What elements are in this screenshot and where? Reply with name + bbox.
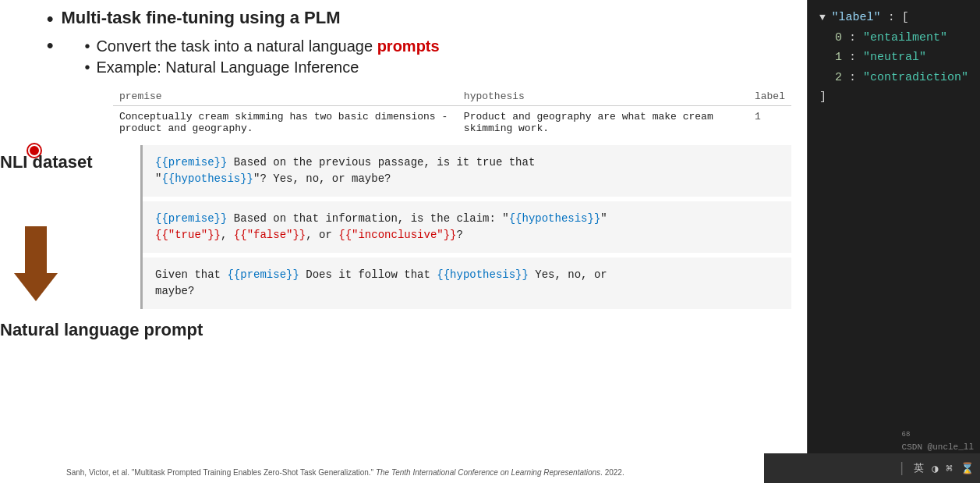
prompt2-text2: "	[600, 212, 607, 225]
col-label: label	[748, 89, 791, 106]
cell-premise: Conceptually cream skimming has two basi…	[113, 106, 458, 140]
json-label-line: ▼ "label" : [	[819, 8, 980, 28]
left-panel: Multi-task fine-tuning using a PLM Conve…	[0, 0, 807, 483]
highlight-prompts: prompts	[377, 37, 440, 55]
citation-italic: The Tenth International Conference on Le…	[376, 468, 600, 477]
prompt-box-2: {{premise}} Based on that information, i…	[143, 201, 791, 253]
bottom-toolbar: | 英 ◑ ⌘ ⌛	[764, 453, 980, 483]
json-index-0: 0	[835, 31, 842, 44]
down-arrow	[14, 226, 58, 301]
prompt2-end: ?	[457, 229, 463, 241]
json-item-2: 2 : "contradiction"	[819, 68, 980, 88]
collapse-arrow[interactable]: ▼	[819, 12, 832, 23]
citation-year: . 2022.	[600, 468, 624, 477]
arrow-head	[14, 273, 58, 301]
sub-bullet-2: Example: Natural Language Inference	[84, 59, 439, 76]
col-hypothesis: hypothesis	[458, 89, 748, 106]
json-open-bracket: [	[902, 11, 909, 24]
prompt-box-1: {{premise}} Based on the previous passag…	[143, 145, 791, 197]
sub-bullet-1-text: Convert the task into a natural language…	[96, 37, 439, 55]
prompt2-inconclusive: {{"inconclusive"}}	[338, 229, 456, 241]
json-index-2: 2	[835, 71, 842, 84]
prompt2-text1: Based on that information, is the claim:…	[227, 212, 508, 225]
json-item-1: 1 : "neutral"	[819, 48, 980, 68]
prompt1-text2: "? Yes, no, or maybe?	[253, 172, 391, 185]
bullet-item: Convert the task into a natural language…	[47, 34, 791, 80]
table-row: Conceptually cream skimming has two basi…	[113, 106, 791, 140]
prompt3-text2: Does it follow that	[299, 268, 437, 281]
nli-table: premise hypothesis label Conceptually cr…	[113, 89, 791, 139]
json-close-bracket-line: ]	[819, 87, 980, 108]
json-colon: :	[881, 11, 902, 24]
json-item-0: 0 : "entailment"	[819, 28, 980, 48]
prompt2-premise: {{premise}}	[155, 212, 227, 225]
prompt3-hypothesis: {{hypothesis}}	[437, 268, 529, 281]
cell-label: 1	[748, 106, 791, 140]
col-premise: premise	[113, 89, 458, 106]
json-close-bracket: ]	[819, 91, 826, 104]
natural-language-prompt-label: Natural language prompt	[0, 320, 203, 340]
toolbar-lang[interactable]: 英	[914, 461, 924, 475]
prompt2-hypothesis: {{hypothesis}}	[509, 212, 601, 225]
watermark-superscript: 68	[902, 431, 911, 439]
citation-text: Sanh, Victor, et al. "Multitask Prompted…	[66, 468, 376, 477]
citation: Sanh, Victor, et al. "Multitask Prompted…	[66, 467, 674, 478]
prompt2-comma1: ,	[221, 229, 234, 241]
arrow-shaft	[25, 226, 47, 273]
prompt1-premise: {{premise}}	[155, 156, 227, 169]
toolbar-icon-3[interactable]: ⌛	[961, 462, 974, 475]
prompt1-hypothesis: {{hypothesis}}	[161, 172, 253, 185]
toolbar-icon-2[interactable]: ⌘	[946, 462, 953, 475]
main-content: Multi-task fine-tuning using a PLM Conve…	[0, 0, 980, 483]
nli-dataset-label: NLI dataset	[0, 152, 93, 172]
json-label-key: "label"	[832, 11, 881, 24]
watermark: 68 CSDN @uncle_ll	[902, 431, 974, 452]
prompt3-text1: Given that	[155, 268, 227, 281]
prompt2-false: {{"false"}}	[234, 229, 306, 241]
sub-bullet-1: Convert the task into a natural language…	[84, 37, 439, 55]
bullet-list: Multi-task fine-tuning using a PLM Conve…	[47, 8, 791, 80]
bullet-main-text: Multi-task fine-tuning using a PLM	[61, 8, 340, 28]
prompt3-premise: {{premise}}	[227, 268, 299, 281]
right-panel: ▼ "label" : [ 0 : "entailment" 1 : "neut…	[807, 0, 980, 483]
toolbar-icon-1[interactable]: ◑	[932, 462, 938, 475]
toolbar-divider: |	[897, 460, 906, 476]
cell-hypothesis: Product and geography are what make crea…	[458, 106, 748, 140]
json-value-0: "entailment"	[863, 31, 947, 44]
prompt-boxes: {{premise}} Based on the previous passag…	[140, 145, 791, 309]
prompt2-comma2: , or	[306, 229, 338, 241]
json-index-1: 1	[835, 51, 842, 64]
prompt2-true: {{"true"}}	[155, 229, 221, 241]
sub-bullet-2-text: Example: Natural Language Inference	[96, 59, 359, 76]
bullet-main: Multi-task fine-tuning using a PLM	[47, 8, 791, 30]
json-value-2: "contradiction"	[863, 71, 968, 84]
watermark-text: CSDN @uncle_ll	[902, 442, 974, 452]
json-value-1: "neutral"	[863, 51, 926, 64]
prompt-box-3: Given that {{premise}} Does it follow th…	[143, 257, 791, 309]
